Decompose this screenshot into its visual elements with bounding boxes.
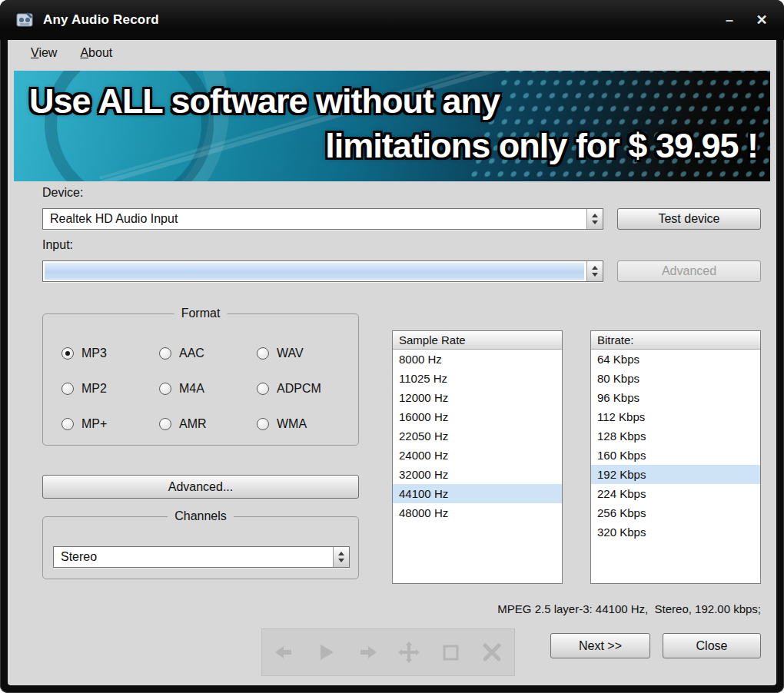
format-groupbox: Format MP3 AAC WAV MP2 <box>42 313 359 446</box>
advanced-input-button: Advanced <box>617 260 761 282</box>
sample-rate-item[interactable]: 32000 Hz <box>393 465 562 484</box>
radio-mp2-control <box>61 383 74 395</box>
device-combobox-value: Realtek HD Audio Input <box>43 209 586 229</box>
radio-mpplus-label: MP+ <box>81 417 107 431</box>
window-title: Any Audio Record <box>43 12 159 28</box>
bitrate-item[interactable]: 112 Kbps <box>591 407 760 426</box>
radio-adpcm[interactable]: ADPCM <box>257 377 354 400</box>
radio-mp2-label: MP2 <box>81 382 107 396</box>
bitrate-item[interactable]: 80 Kbps <box>591 369 760 388</box>
radio-mp3[interactable]: MP3 <box>61 342 159 364</box>
channels-combobox[interactable]: Stereo <box>53 546 350 568</box>
bitrate-header: Bitrate: <box>591 331 760 350</box>
spin-down-icon <box>592 273 598 277</box>
format-group-title: Format <box>174 307 228 320</box>
radio-mpplus[interactable]: MP+ <box>61 413 159 435</box>
radio-wma-control <box>257 418 269 430</box>
play-icon <box>313 639 339 665</box>
spin-down-icon <box>338 559 344 562</box>
bitrate-item[interactable]: 96 Kbps <box>591 388 760 407</box>
close-x-icon <box>479 639 505 665</box>
move-icon <box>396 639 422 665</box>
radio-amr-label: AMR <box>179 417 207 431</box>
radio-mpplus-control <box>61 418 74 430</box>
format-options: MP3 AAC WAV MP2 M4A <box>61 342 350 435</box>
sample-rate-item[interactable]: 16000 Hz <box>393 407 562 426</box>
sample-rate-item[interactable]: 11025 Hz <box>393 369 562 388</box>
channels-groupbox: Channels Stereo <box>42 516 359 579</box>
advanced-dialog-button[interactable]: Advanced... <box>42 475 359 499</box>
close-button[interactable]: Close <box>663 633 761 658</box>
menu-view[interactable]: View <box>22 43 66 63</box>
sample-rate-listbox[interactable]: Sample Rate 8000 Hz 11025 Hz 12000 Hz 16… <box>392 330 563 584</box>
device-combobox[interactable]: Realtek HD Audio Input <box>42 208 603 230</box>
radio-mp2[interactable]: MP2 <box>61 377 159 400</box>
spin-down-icon <box>592 220 598 224</box>
spin-up-icon <box>592 266 598 270</box>
restore-window-icon <box>437 639 463 665</box>
radio-wav-control <box>257 347 269 360</box>
channels-combobox-spinner[interactable] <box>333 547 349 567</box>
bitrate-item[interactable]: 160 Kbps <box>591 446 760 465</box>
radio-aac[interactable]: AAC <box>159 342 257 364</box>
bitrate-item[interactable]: 256 Kbps <box>591 503 760 522</box>
radio-wma[interactable]: WMA <box>257 413 354 435</box>
radio-m4a[interactable]: M4A <box>159 377 257 400</box>
channels-combobox-value: Stereo <box>54 547 333 567</box>
sample-rate-header: Sample Rate <box>393 331 562 350</box>
watermark-toolbar <box>261 628 515 676</box>
input-combobox[interactable] <box>42 260 603 282</box>
bitrate-item[interactable]: 224 Kbps <box>591 484 760 503</box>
input-combobox-spinner[interactable] <box>586 261 603 281</box>
bitrate-item-selected[interactable]: 192 Kbps <box>591 465 760 484</box>
radio-aac-label: AAC <box>179 346 204 360</box>
bitrate-listbox[interactable]: Bitrate: 64 Kbps 80 Kbps 96 Kbps 112 Kbp… <box>590 330 761 584</box>
radio-m4a-label: M4A <box>179 382 204 396</box>
status-summary: MPEG 2.5 layer-3: 44100 Hz, Stereo, 192.… <box>497 602 761 615</box>
sample-rate-item[interactable]: 24000 Hz <box>393 446 562 465</box>
spin-up-icon <box>592 214 598 217</box>
radio-mp3-label: MP3 <box>81 346 107 360</box>
bitrate-item[interactable]: 64 Kbps <box>591 350 760 369</box>
minimize-button[interactable]: – <box>721 12 738 28</box>
radio-mp3-control <box>61 347 74 360</box>
menu-bar: View About <box>8 40 776 66</box>
bitrate-item[interactable]: 320 Kbps <box>591 522 760 542</box>
device-combobox-spinner[interactable] <box>586 209 603 229</box>
menu-about[interactable]: About <box>71 43 121 63</box>
back-arrow-icon <box>271 639 297 665</box>
radio-wav[interactable]: WAV <box>257 342 354 364</box>
sample-rate-item[interactable]: 12000 Hz <box>393 388 562 407</box>
radio-wav-label: WAV <box>277 346 304 360</box>
radio-amr[interactable]: AMR <box>159 413 257 435</box>
banner-text-line1: Use ALL software without any <box>29 81 500 121</box>
radio-m4a-control <box>159 383 171 395</box>
promo-banner[interactable]: Use ALL software without any limitations… <box>14 71 770 181</box>
radio-adpcm-control <box>257 383 269 395</box>
sample-rate-item[interactable]: 22050 Hz <box>393 426 562 446</box>
app-window: Any Audio Record – ✕ View About Use ALL … <box>0 0 784 693</box>
radio-adpcm-label: ADPCM <box>277 382 321 396</box>
close-window-button[interactable]: ✕ <box>753 12 770 28</box>
title-bar: Any Audio Record – ✕ <box>0 0 784 40</box>
app-icon <box>15 11 34 29</box>
bitrate-item[interactable]: 128 Kbps <box>591 426 760 446</box>
device-label: Device: <box>42 186 83 200</box>
next-button[interactable]: Next >> <box>550 633 650 658</box>
test-device-button[interactable]: Test device <box>617 208 761 230</box>
spin-up-icon <box>338 552 344 555</box>
banner-text-line2: limitations only for $ 39.95 ! <box>325 126 758 166</box>
radio-amr-control <box>159 418 171 430</box>
sample-rate-item[interactable]: 8000 Hz <box>393 350 562 369</box>
sample-rate-item[interactable]: 48000 Hz <box>393 503 562 522</box>
sample-rate-item-selected[interactable]: 44100 Hz <box>393 484 562 503</box>
channels-group-title: Channels <box>168 509 234 523</box>
input-label: Input: <box>42 238 73 252</box>
forward-arrow-icon <box>354 639 380 665</box>
radio-wma-label: WMA <box>277 417 307 431</box>
input-combobox-highlight <box>45 263 584 280</box>
radio-aac-control <box>159 347 171 360</box>
window-body: View About Use ALL software without any … <box>8 40 776 685</box>
